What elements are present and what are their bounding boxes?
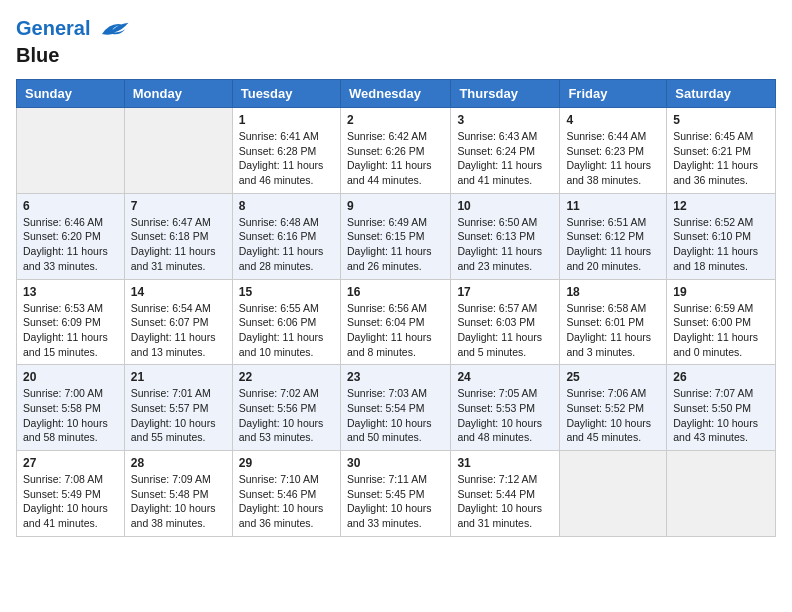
calendar-cell: 9Sunrise: 6:49 AMSunset: 6:15 PMDaylight… (340, 193, 450, 279)
day-number: 6 (23, 199, 118, 213)
header-tuesday: Tuesday (232, 80, 340, 108)
day-number: 29 (239, 456, 334, 470)
cell-info: Sunrise: 7:12 AMSunset: 5:44 PMDaylight:… (457, 472, 553, 531)
day-number: 8 (239, 199, 334, 213)
calendar-cell: 2Sunrise: 6:42 AMSunset: 6:26 PMDaylight… (340, 108, 450, 194)
cell-info: Sunrise: 6:51 AMSunset: 6:12 PMDaylight:… (566, 215, 660, 274)
calendar-cell: 24Sunrise: 7:05 AMSunset: 5:53 PMDayligh… (451, 365, 560, 451)
calendar-cell: 23Sunrise: 7:03 AMSunset: 5:54 PMDayligh… (340, 365, 450, 451)
cell-info: Sunrise: 6:53 AMSunset: 6:09 PMDaylight:… (23, 301, 118, 360)
calendar-cell: 8Sunrise: 6:48 AMSunset: 6:16 PMDaylight… (232, 193, 340, 279)
calendar-cell: 28Sunrise: 7:09 AMSunset: 5:48 PMDayligh… (124, 451, 232, 537)
cell-info: Sunrise: 7:10 AMSunset: 5:46 PMDaylight:… (239, 472, 334, 531)
day-number: 27 (23, 456, 118, 470)
calendar-week-row: 20Sunrise: 7:00 AMSunset: 5:58 PMDayligh… (17, 365, 776, 451)
calendar-cell: 4Sunrise: 6:44 AMSunset: 6:23 PMDaylight… (560, 108, 667, 194)
day-number: 18 (566, 285, 660, 299)
page-header: General Blue (16, 16, 776, 67)
cell-info: Sunrise: 7:08 AMSunset: 5:49 PMDaylight:… (23, 472, 118, 531)
day-number: 16 (347, 285, 444, 299)
calendar-cell: 14Sunrise: 6:54 AMSunset: 6:07 PMDayligh… (124, 279, 232, 365)
cell-info: Sunrise: 6:49 AMSunset: 6:15 PMDaylight:… (347, 215, 444, 274)
calendar-cell: 20Sunrise: 7:00 AMSunset: 5:58 PMDayligh… (17, 365, 125, 451)
calendar-week-row: 13Sunrise: 6:53 AMSunset: 6:09 PMDayligh… (17, 279, 776, 365)
day-number: 21 (131, 370, 226, 384)
day-number: 13 (23, 285, 118, 299)
calendar-cell (124, 108, 232, 194)
calendar-cell: 27Sunrise: 7:08 AMSunset: 5:49 PMDayligh… (17, 451, 125, 537)
logo: General Blue (16, 16, 130, 67)
cell-info: Sunrise: 6:56 AMSunset: 6:04 PMDaylight:… (347, 301, 444, 360)
calendar-cell: 11Sunrise: 6:51 AMSunset: 6:12 PMDayligh… (560, 193, 667, 279)
calendar-header-row: SundayMondayTuesdayWednesdayThursdayFrid… (17, 80, 776, 108)
cell-info: Sunrise: 7:07 AMSunset: 5:50 PMDaylight:… (673, 386, 769, 445)
calendar-cell (560, 451, 667, 537)
calendar-cell: 29Sunrise: 7:10 AMSunset: 5:46 PMDayligh… (232, 451, 340, 537)
calendar-cell: 6Sunrise: 6:46 AMSunset: 6:20 PMDaylight… (17, 193, 125, 279)
cell-info: Sunrise: 6:59 AMSunset: 6:00 PMDaylight:… (673, 301, 769, 360)
day-number: 20 (23, 370, 118, 384)
calendar-week-row: 1Sunrise: 6:41 AMSunset: 6:28 PMDaylight… (17, 108, 776, 194)
calendar-week-row: 6Sunrise: 6:46 AMSunset: 6:20 PMDaylight… (17, 193, 776, 279)
cell-info: Sunrise: 6:54 AMSunset: 6:07 PMDaylight:… (131, 301, 226, 360)
calendar-cell (667, 451, 776, 537)
cell-info: Sunrise: 6:46 AMSunset: 6:20 PMDaylight:… (23, 215, 118, 274)
cell-info: Sunrise: 6:44 AMSunset: 6:23 PMDaylight:… (566, 129, 660, 188)
day-number: 14 (131, 285, 226, 299)
calendar-cell: 16Sunrise: 6:56 AMSunset: 6:04 PMDayligh… (340, 279, 450, 365)
header-thursday: Thursday (451, 80, 560, 108)
header-wednesday: Wednesday (340, 80, 450, 108)
day-number: 12 (673, 199, 769, 213)
day-number: 26 (673, 370, 769, 384)
calendar-cell: 10Sunrise: 6:50 AMSunset: 6:13 PMDayligh… (451, 193, 560, 279)
day-number: 19 (673, 285, 769, 299)
cell-info: Sunrise: 6:58 AMSunset: 6:01 PMDaylight:… (566, 301, 660, 360)
cell-info: Sunrise: 7:05 AMSunset: 5:53 PMDaylight:… (457, 386, 553, 445)
calendar-cell: 1Sunrise: 6:41 AMSunset: 6:28 PMDaylight… (232, 108, 340, 194)
day-number: 9 (347, 199, 444, 213)
cell-info: Sunrise: 7:03 AMSunset: 5:54 PMDaylight:… (347, 386, 444, 445)
calendar-cell: 15Sunrise: 6:55 AMSunset: 6:06 PMDayligh… (232, 279, 340, 365)
logo-bird-icon (98, 16, 130, 44)
calendar-cell: 30Sunrise: 7:11 AMSunset: 5:45 PMDayligh… (340, 451, 450, 537)
day-number: 3 (457, 113, 553, 127)
day-number: 7 (131, 199, 226, 213)
day-number: 25 (566, 370, 660, 384)
header-monday: Monday (124, 80, 232, 108)
calendar-cell: 7Sunrise: 6:47 AMSunset: 6:18 PMDaylight… (124, 193, 232, 279)
cell-info: Sunrise: 7:02 AMSunset: 5:56 PMDaylight:… (239, 386, 334, 445)
calendar-cell: 12Sunrise: 6:52 AMSunset: 6:10 PMDayligh… (667, 193, 776, 279)
cell-info: Sunrise: 6:42 AMSunset: 6:26 PMDaylight:… (347, 129, 444, 188)
day-number: 30 (347, 456, 444, 470)
cell-info: Sunrise: 6:52 AMSunset: 6:10 PMDaylight:… (673, 215, 769, 274)
cell-info: Sunrise: 7:01 AMSunset: 5:57 PMDaylight:… (131, 386, 226, 445)
day-number: 23 (347, 370, 444, 384)
day-number: 15 (239, 285, 334, 299)
calendar-cell: 5Sunrise: 6:45 AMSunset: 6:21 PMDaylight… (667, 108, 776, 194)
calendar-cell: 13Sunrise: 6:53 AMSunset: 6:09 PMDayligh… (17, 279, 125, 365)
calendar-cell: 26Sunrise: 7:07 AMSunset: 5:50 PMDayligh… (667, 365, 776, 451)
cell-info: Sunrise: 7:06 AMSunset: 5:52 PMDaylight:… (566, 386, 660, 445)
day-number: 31 (457, 456, 553, 470)
logo-blue: Blue (16, 44, 130, 67)
cell-info: Sunrise: 7:11 AMSunset: 5:45 PMDaylight:… (347, 472, 444, 531)
calendar-cell: 25Sunrise: 7:06 AMSunset: 5:52 PMDayligh… (560, 365, 667, 451)
cell-info: Sunrise: 7:09 AMSunset: 5:48 PMDaylight:… (131, 472, 226, 531)
cell-info: Sunrise: 6:55 AMSunset: 6:06 PMDaylight:… (239, 301, 334, 360)
day-number: 10 (457, 199, 553, 213)
cell-info: Sunrise: 6:57 AMSunset: 6:03 PMDaylight:… (457, 301, 553, 360)
cell-info: Sunrise: 6:47 AMSunset: 6:18 PMDaylight:… (131, 215, 226, 274)
calendar-cell: 21Sunrise: 7:01 AMSunset: 5:57 PMDayligh… (124, 365, 232, 451)
calendar-cell: 17Sunrise: 6:57 AMSunset: 6:03 PMDayligh… (451, 279, 560, 365)
calendar-table: SundayMondayTuesdayWednesdayThursdayFrid… (16, 79, 776, 537)
cell-info: Sunrise: 7:00 AMSunset: 5:58 PMDaylight:… (23, 386, 118, 445)
cell-info: Sunrise: 6:50 AMSunset: 6:13 PMDaylight:… (457, 215, 553, 274)
day-number: 11 (566, 199, 660, 213)
header-friday: Friday (560, 80, 667, 108)
day-number: 22 (239, 370, 334, 384)
header-saturday: Saturday (667, 80, 776, 108)
day-number: 4 (566, 113, 660, 127)
logo-general: General (16, 17, 90, 39)
cell-info: Sunrise: 6:45 AMSunset: 6:21 PMDaylight:… (673, 129, 769, 188)
cell-info: Sunrise: 6:48 AMSunset: 6:16 PMDaylight:… (239, 215, 334, 274)
